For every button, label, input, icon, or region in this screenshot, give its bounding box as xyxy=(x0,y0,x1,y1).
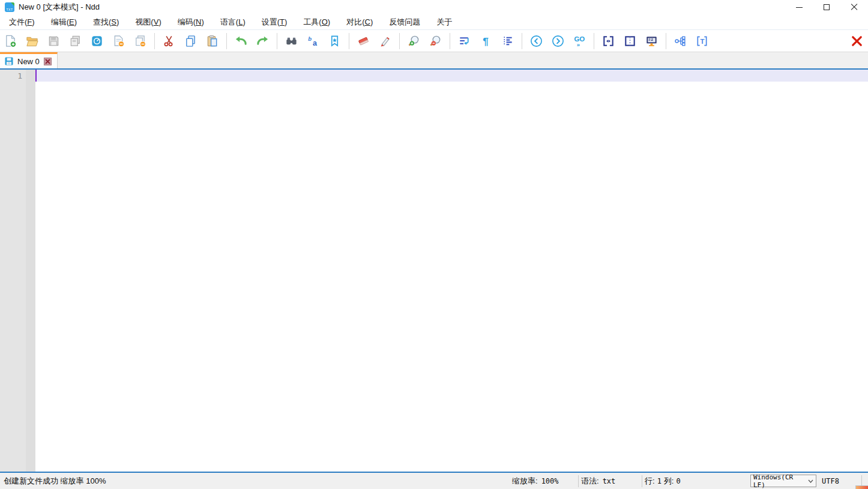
goto-line-button[interactable]: GO» xyxy=(571,32,588,49)
syntax-value: txt xyxy=(603,477,616,485)
resize-corner-indicator xyxy=(855,485,868,489)
prev-circle-icon xyxy=(529,34,543,48)
menu-item-settings[interactable]: 设置(T) xyxy=(256,15,294,29)
tab-saved-state-icon xyxy=(5,57,13,65)
compare-panes-icon xyxy=(601,34,615,48)
line-label: 行: xyxy=(645,476,655,487)
text-caret xyxy=(35,70,37,82)
close-icon xyxy=(851,4,858,11)
restore-session-icon xyxy=(90,34,104,48)
next-circle-icon xyxy=(551,34,565,48)
zoom-in-button[interactable] xyxy=(405,32,422,49)
close-button[interactable] xyxy=(840,0,868,14)
redo-button[interactable] xyxy=(254,32,271,49)
svg-text:T: T xyxy=(700,37,704,44)
app-icon: TXT xyxy=(5,2,14,12)
menu-item-tools[interactable]: 工具(O) xyxy=(297,15,336,29)
close-file-button[interactable] xyxy=(110,32,127,49)
word-wrap-button[interactable] xyxy=(456,32,472,49)
toolbar-separator xyxy=(349,33,349,49)
file-structure-button[interactable] xyxy=(672,32,689,49)
bookmark-button[interactable] xyxy=(326,32,343,49)
minimize-icon xyxy=(796,7,803,8)
menu-item-file[interactable]: 文件(F) xyxy=(3,15,41,29)
toolbar-separator xyxy=(154,33,155,49)
new-file-button[interactable] xyxy=(2,32,19,49)
maximize-button[interactable] xyxy=(813,0,840,14)
copy-button[interactable] xyxy=(182,32,199,49)
cut-button[interactable] xyxy=(160,32,177,49)
replace-button[interactable]: ba xyxy=(304,32,321,49)
menu-item-search[interactable]: 查找(S) xyxy=(87,15,125,29)
window-controls xyxy=(785,0,868,14)
tab-close-icon[interactable] xyxy=(44,58,52,65)
show-paragraph-marks-button[interactable]: ¶ xyxy=(477,32,494,49)
replace-icon: ba xyxy=(306,34,320,48)
menu-item-language[interactable]: 语言(L) xyxy=(214,15,252,29)
zoom-label: 缩放率: xyxy=(512,476,538,487)
title-bar: TXT New 0 [文本模式] - Ndd xyxy=(0,0,868,14)
format-brush-icon xyxy=(378,34,392,48)
status-zoom: 缩放率: 100% xyxy=(507,473,578,489)
save-all-icon xyxy=(68,34,82,48)
zoom-in-icon xyxy=(407,34,421,48)
find-button[interactable] xyxy=(283,32,300,49)
indent-guides-button[interactable] xyxy=(499,32,516,49)
undo-icon xyxy=(234,34,248,48)
toolbar-separator xyxy=(399,33,400,49)
menu-item-view[interactable]: 视图(V) xyxy=(129,15,167,29)
toolbar-separator xyxy=(522,33,522,49)
save-icon xyxy=(47,34,61,48)
close-all-button[interactable] xyxy=(131,32,148,49)
save-button[interactable] xyxy=(45,32,62,49)
minimize-button[interactable] xyxy=(785,0,813,14)
toolbar-separator xyxy=(666,33,666,49)
indent-guides-icon xyxy=(501,34,514,48)
format-brush-button[interactable] xyxy=(376,32,393,49)
line-value: 1 xyxy=(657,477,662,485)
app-icon-fold xyxy=(11,2,14,6)
copy-icon xyxy=(184,34,197,48)
zoom-out-button[interactable] xyxy=(427,32,444,49)
svg-text:a: a xyxy=(313,38,317,47)
next-position-button[interactable] xyxy=(549,32,566,49)
paste-button[interactable] xyxy=(203,32,220,49)
current-line-highlight xyxy=(35,70,868,82)
status-bar: 创建新文件成功 缩放率 100% 缩放率: 100% 语法: txt 行: 1 … xyxy=(0,473,868,489)
menu-item-feedback[interactable]: 反馈问题 xyxy=(383,15,426,29)
exit-button[interactable] xyxy=(848,32,865,49)
tab-new-0[interactable]: New 0 xyxy=(0,52,58,68)
compare-files-button[interactable] xyxy=(600,32,616,49)
save-all-button[interactable] xyxy=(67,32,83,49)
split-pane-button[interactable] xyxy=(621,32,638,49)
bookmark-icon xyxy=(328,34,342,48)
redo-icon xyxy=(256,34,270,48)
col-label: 列: xyxy=(664,476,674,487)
toolbar-separator xyxy=(594,33,594,49)
eraser-icon xyxy=(357,34,370,48)
word-wrap-icon xyxy=(457,34,471,48)
text-mode-icon: T xyxy=(695,34,709,48)
menu-item-compare[interactable]: 对比(C) xyxy=(340,15,379,29)
open-file-button[interactable] xyxy=(23,32,40,49)
restore-session-button[interactable] xyxy=(88,32,105,49)
svg-text:»: » xyxy=(576,41,579,47)
editor-area[interactable]: 1 xyxy=(0,68,868,473)
maximize-icon xyxy=(824,4,830,10)
undo-button[interactable] xyxy=(232,32,249,49)
fold-margin xyxy=(26,70,35,472)
clear-marks-button[interactable] xyxy=(355,32,372,49)
menu-item-edit[interactable]: 编辑(E) xyxy=(45,15,83,29)
app-window: TXT New 0 [文本模式] - Ndd 文件(F)编辑(E)查找(S)视图… xyxy=(0,0,868,489)
structure-tree-icon xyxy=(674,34,687,48)
menu-item-about[interactable]: 关于 xyxy=(430,15,458,29)
exit-x-icon xyxy=(850,34,864,48)
text-mode-button[interactable]: T xyxy=(693,32,710,49)
go-icon: GO» xyxy=(573,34,586,48)
new-file-icon xyxy=(4,34,17,48)
encoding-value: UTF8 xyxy=(822,477,839,485)
full-screen-button[interactable] xyxy=(643,32,660,49)
menu-item-encoding[interactable]: 编码(N) xyxy=(172,15,210,29)
eol-dropdown[interactable]: Windows(CR LF) xyxy=(750,475,816,487)
previous-position-button[interactable] xyxy=(528,32,544,49)
